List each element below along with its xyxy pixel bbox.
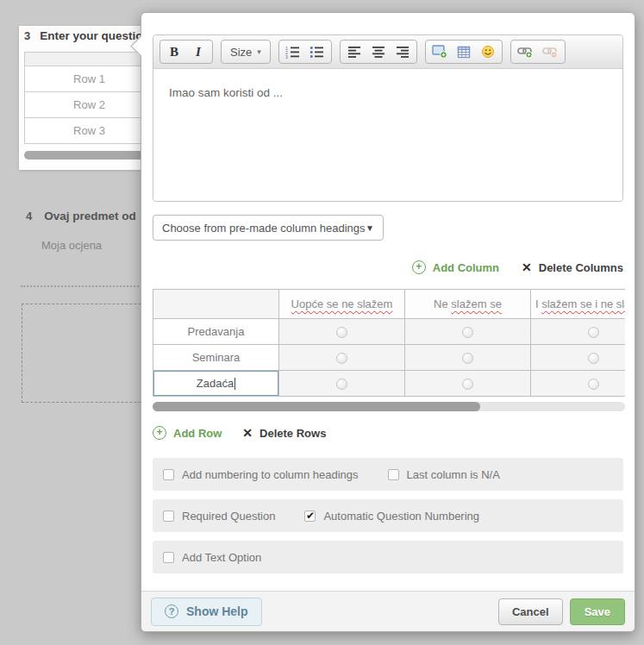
add-column-button[interactable]: + Add Column	[412, 260, 499, 274]
insert-link-button[interactable]	[513, 41, 538, 62]
show-help-button[interactable]: ? Show Help	[151, 598, 262, 626]
question-editor-dialog: B I Size ▾ 123	[141, 12, 635, 632]
align-left-icon	[347, 46, 361, 58]
column-headings-select[interactable]: Choose from pre-made column headings ▼	[153, 215, 384, 241]
bold-button[interactable]: B	[162, 41, 186, 62]
required-question-checkbox[interactable]	[163, 510, 174, 522]
delete-columns-button[interactable]: ✕ Delete Columns	[522, 260, 623, 274]
question-number: 3	[24, 29, 30, 42]
scrollbar-thumb[interactable]	[153, 402, 480, 411]
delete-columns-label: Delete Columns	[539, 261, 623, 274]
align-left-button[interactable]	[342, 41, 366, 62]
radio-cell	[531, 371, 626, 397]
align-right-button[interactable]	[391, 41, 415, 62]
rich-text-editor: B I Size ▾ 123	[153, 34, 623, 202]
smiley-icon	[481, 45, 495, 59]
radio-cell	[531, 345, 626, 371]
ordered-list-icon: 123	[285, 46, 300, 59]
align-right-icon	[396, 46, 410, 58]
align-group	[340, 40, 417, 64]
add-text-option-label: Add Text Option	[182, 551, 261, 564]
radio-button[interactable]	[462, 379, 473, 390]
list-group: 123	[278, 40, 332, 64]
column-header[interactable]: Uopće se ne slažem	[279, 290, 405, 319]
row-header[interactable]: Seminara	[153, 345, 279, 371]
add-numbering-label: Add numbering to column headings	[182, 468, 359, 481]
format-group: B I	[159, 40, 213, 64]
radio-cell	[405, 345, 531, 371]
matrix-table: Uopće se ne slažem Ne slažem se I slažem…	[153, 289, 625, 397]
image-icon	[432, 45, 447, 59]
matrix-table-viewport: Uopće se ne slažem Ne slažem se I slažem…	[153, 289, 625, 397]
column-header[interactable]: Ne slažem se	[405, 290, 531, 319]
matrix-horizontal-scrollbar[interactable]	[153, 402, 625, 411]
cancel-button[interactable]: Cancel	[498, 598, 563, 625]
radio-button[interactable]	[336, 379, 347, 390]
matrix-corner-cell	[153, 290, 279, 319]
row-header[interactable]: Predavanja	[153, 319, 279, 345]
table-row: Row 2	[25, 92, 154, 118]
bullet-list-button[interactable]	[305, 41, 329, 62]
bullet-list-icon	[309, 46, 324, 59]
matrix-row: Predavanja	[153, 319, 626, 345]
radio-cell	[405, 319, 531, 345]
plus-circle-icon: +	[153, 426, 166, 440]
question-4-subtext: Moja ocjena	[41, 239, 102, 252]
radio-cell	[279, 371, 405, 397]
italic-icon: I	[196, 45, 201, 59]
auto-numbering-label: Automatic Question Numbering	[323, 510, 479, 523]
row-header-editing: Zadaća	[153, 371, 279, 397]
table-header-cell	[25, 53, 154, 66]
add-text-option-checkbox[interactable]	[163, 552, 174, 563]
question-title-text: Enter your question	[40, 29, 150, 42]
option-bar-question: Required Question ✔ Automatic Question N…	[153, 499, 623, 532]
radio-button[interactable]	[588, 353, 599, 364]
last-column-na-label: Last column is N/A	[407, 468, 500, 481]
delete-rows-button[interactable]: ✕ Delete Rows	[242, 426, 326, 440]
unlink-icon	[542, 46, 559, 59]
add-row-label: Add Row	[173, 427, 222, 440]
row-actions: + Add Row ✕ Delete Rows	[153, 426, 623, 440]
radio-button[interactable]	[462, 353, 473, 364]
insert-group	[425, 40, 503, 64]
question-title-text: Ovaj predmet od	[44, 210, 136, 222]
column-header[interactable]: I slažem se i ne slažem	[531, 290, 626, 319]
align-center-button[interactable]	[366, 41, 391, 62]
radio-button[interactable]	[462, 327, 473, 338]
text-caret	[234, 378, 235, 390]
radio-button[interactable]	[336, 327, 347, 338]
add-numbering-checkbox[interactable]	[163, 469, 174, 480]
row-label-input[interactable]: Zadaća	[153, 371, 278, 396]
size-dropdown[interactable]: Size ▾	[221, 40, 271, 64]
insert-emoticon-button[interactable]	[476, 41, 500, 62]
save-button[interactable]: Save	[570, 598, 625, 625]
column-header-text: slažem se	[451, 297, 502, 310]
show-help-label: Show Help	[186, 604, 248, 618]
remove-link-button[interactable]	[538, 41, 563, 62]
ordered-list-button[interactable]: 123	[281, 41, 305, 62]
table-icon	[457, 46, 471, 59]
chevron-down-icon: ▼	[366, 223, 374, 233]
required-question-label: Required Question	[182, 510, 275, 523]
column-actions: + Add Column ✕ Delete Columns	[153, 260, 623, 274]
last-column-na-checkbox[interactable]	[388, 469, 399, 480]
auto-numbering-checkbox[interactable]: ✔	[304, 510, 316, 522]
dialog-footer: ? Show Help Cancel Save	[141, 591, 635, 631]
add-row-button[interactable]: + Add Row	[153, 426, 222, 440]
question-text-editor[interactable]: Imao sam koristi od ...	[153, 69, 622, 201]
add-column-label: Add Column	[433, 261, 499, 274]
x-icon: ✕	[242, 426, 253, 440]
footer-buttons: Cancel Save	[498, 598, 625, 625]
bold-icon: B	[170, 45, 178, 59]
radio-button[interactable]	[588, 327, 599, 338]
radio-button[interactable]	[588, 379, 599, 390]
insert-table-button[interactable]	[452, 41, 476, 62]
italic-button[interactable]: I	[186, 41, 210, 62]
matrix-row: Seminara	[153, 345, 626, 371]
option-bar-text: Add Text Option	[153, 541, 623, 573]
chevron-down-icon: ▾	[255, 47, 268, 56]
radio-button[interactable]	[336, 353, 347, 364]
insert-image-button[interactable]	[428, 41, 452, 62]
table-row: Row 3	[25, 118, 154, 144]
x-icon: ✕	[522, 260, 532, 274]
